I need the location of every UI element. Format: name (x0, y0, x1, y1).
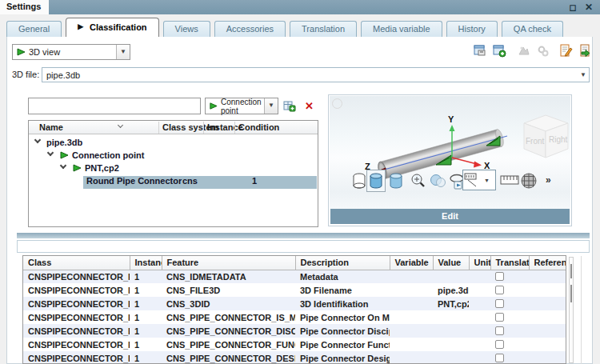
measure-dropdown-arrow[interactable]: ▼ (484, 178, 490, 183)
view-mode-select[interactable]: 3D view ▼ (12, 44, 130, 60)
cell-translation (490, 351, 529, 364)
cell-description: Pipe Connector On Mainline (295, 310, 390, 324)
cell-variable (390, 283, 433, 297)
cell-instance: 1 (130, 270, 162, 283)
translation-checkbox[interactable] (495, 354, 504, 362)
filter-input[interactable] (28, 98, 201, 114)
viewport-3d[interactable]: Front Right Z (330, 96, 570, 209)
feature-row[interactable]: CNSPIPECONNECTOR_ROUND1CNS_PIPE_CONNECTO… (23, 338, 566, 351)
tree-row-connection-point[interactable]: Connection point (29, 150, 318, 162)
add-view-icon[interactable] (493, 44, 506, 58)
maximize-button[interactable]: ◻ (566, 1, 579, 14)
feature-row[interactable]: CNSPIPECONNECTOR_ROUND1CNS_3DID3D Identi… (23, 297, 566, 310)
tree-col-condition[interactable]: Condition (238, 122, 279, 132)
col-description[interactable]: Description (295, 256, 390, 270)
import-report-icon[interactable] (578, 44, 592, 58)
tree-class-system-value: cns (182, 176, 198, 186)
translation-checkbox[interactable] (495, 299, 504, 308)
cell-feature: CNS_PIPE_CONNECTOR_FUNCTION (162, 338, 295, 351)
tree-row-pipe[interactable]: pipe.3db (29, 137, 318, 150)
point-type-value: Connection point (221, 98, 264, 115)
tab-history[interactable]: History (446, 21, 498, 37)
feature-row[interactable]: CNSPIPECONNECTOR_ROUND1CNS_PIPE_CONNECTO… (23, 351, 566, 364)
file-select[interactable]: pipe.3db ▼ (42, 67, 590, 82)
cell-translation (490, 283, 529, 297)
pane-divider (581, 256, 582, 364)
edit-report-icon[interactable] (559, 44, 573, 58)
cell-class: CNSPIPECONNECTOR_ROUND (23, 283, 130, 297)
tree-instance-value: 1 (252, 176, 257, 186)
feature-row[interactable]: CNSPIPECONNECTOR_ROUND1CNS_PIPE_CONNECTO… (23, 324, 566, 338)
feature-row[interactable]: CNSPIPECONNECTOR_ROUND1CNS_IDMETADATAMet… (23, 270, 566, 283)
scrollbar-thumb[interactable] (570, 285, 572, 302)
col-instance[interactable]: Instance (130, 256, 162, 270)
col-variable[interactable]: Variable (390, 256, 433, 270)
viewer-toolbar: ▼ » (330, 168, 570, 195)
expand-chevron-icon[interactable] (34, 137, 41, 143)
feature-row[interactable]: CNSPIPECONNECTOR_ROUND1CNS_PIPE_CONNECTO… (23, 310, 566, 324)
translation-checkbox[interactable] (495, 326, 504, 335)
cell-instance: 1 (130, 283, 162, 297)
transparency-icon[interactable] (430, 173, 447, 189)
batch-disabled-icon (536, 44, 550, 58)
green-arrow-icon (59, 150, 69, 160)
tab-qa-check[interactable]: QA check (502, 21, 563, 37)
tab-views[interactable]: Views (163, 21, 210, 37)
tree-label: Round Pipe Connector (86, 176, 182, 186)
cell-unit (469, 283, 490, 297)
tree-label: PNT,cp2 (85, 163, 119, 173)
ruler-icon[interactable] (500, 174, 519, 186)
tab-accessories[interactable]: Accessories (214, 21, 286, 37)
table-scrollbar[interactable] (569, 257, 574, 363)
zoom-icon[interactable] (410, 173, 426, 189)
col-feature[interactable]: Feature (162, 256, 295, 270)
col-translation[interactable]: Translation (490, 256, 529, 270)
delete-point-button[interactable]: ✕ (302, 99, 316, 113)
cell-feature: CNS_PIPE_CONNECTOR_IS_MAINLINE (162, 310, 295, 324)
translation-checkbox[interactable] (495, 340, 504, 349)
cell-feature: CNS_PIPE_CONNECTOR_DESIGNATION (162, 351, 295, 364)
cell-value (433, 310, 469, 324)
cylinder-wireframe-icon[interactable] (352, 172, 366, 190)
col-reference[interactable]: Reference (529, 256, 566, 270)
settings-window: Settings ◻ ✕ General ▶ Classification Vi… (0, 0, 600, 364)
cell-class: CNSPIPECONNECTOR_ROUND (23, 310, 130, 324)
close-button[interactable]: ✕ (582, 1, 595, 14)
horizontal-splitter[interactable] (17, 233, 590, 238)
translation-checkbox[interactable] (495, 286, 504, 294)
tab-media-variable[interactable]: Media variable (361, 21, 442, 37)
file-dropdown-arrow[interactable]: ▼ (578, 71, 589, 78)
view-mode-dropdown-arrow[interactable]: ▼ (116, 45, 130, 59)
cell-instance: 1 (130, 338, 162, 351)
mesh-icon[interactable] (519, 171, 538, 190)
tree-row-round-pipe-connector[interactable]: Round Pipe Connector cns 1 (29, 175, 318, 188)
cell-class: CNSPIPECONNECTOR_ROUND (23, 324, 130, 338)
translation-checkbox[interactable] (495, 272, 504, 281)
translation-checkbox[interactable] (495, 313, 504, 322)
value-edit-strip[interactable] (17, 240, 590, 253)
cylinder-solid-selected-icon[interactable] (366, 170, 386, 192)
tree-col-instance[interactable]: Instance (207, 122, 243, 132)
col-unit[interactable]: Unit (469, 256, 490, 270)
feature-row[interactable]: CNSPIPECONNECTOR_ROUND1CNS_FILE3D3D File… (23, 283, 566, 297)
more-tools-button[interactable]: » (546, 174, 551, 186)
edit-button[interactable]: Edit (330, 209, 570, 224)
measure-dropdown-icon[interactable]: ▼ (462, 170, 496, 190)
tab-classification[interactable]: ▶ Classification (66, 18, 158, 37)
expand-chevron-icon[interactable] (60, 162, 66, 169)
scrollbar-thumb[interactable] (570, 264, 572, 278)
expand-chevron-icon[interactable] (47, 150, 54, 156)
add-point-button[interactable] (282, 99, 296, 113)
col-class[interactable]: Class (23, 256, 130, 270)
point-type-dropdown-arrow[interactable]: ▼ (264, 98, 278, 114)
point-type-select[interactable]: Connection point ▼ (205, 98, 278, 114)
tab-general[interactable]: General (6, 21, 62, 37)
tab-translation[interactable]: Translation (290, 21, 357, 37)
tree-col-name[interactable]: Name (39, 122, 63, 132)
export-view-icon[interactable] (474, 44, 487, 58)
col-value[interactable]: Value (433, 256, 469, 270)
tree-row-pnt-cp2[interactable]: PNT,cp2 (29, 162, 318, 175)
cylinder-shaded-icon[interactable] (389, 172, 403, 190)
cell-description: Pipe Connector Discipline (295, 324, 390, 338)
cell-value: PNT,cp2 (433, 297, 469, 310)
